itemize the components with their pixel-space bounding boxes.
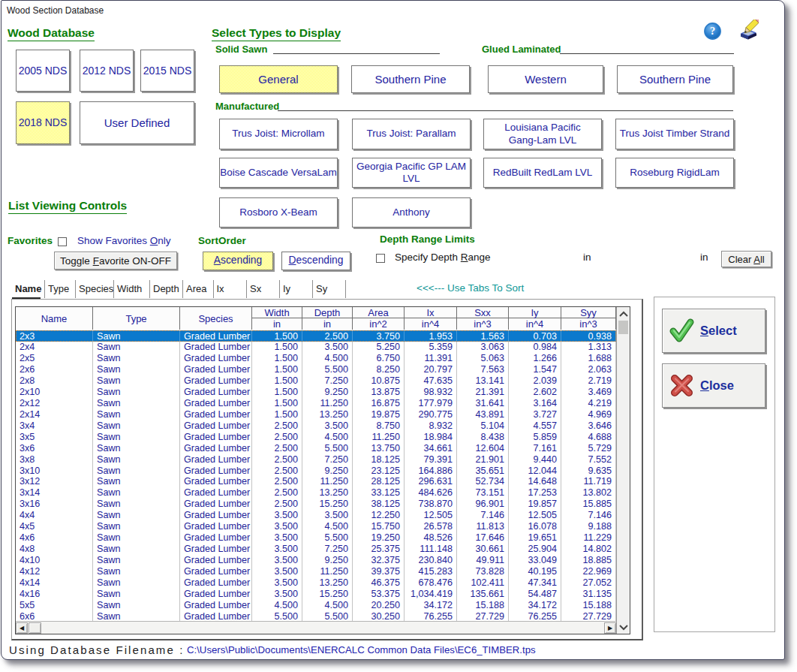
table-row-2x6[interactable]: 2x6SawnGraded Lumber1.5005.5008.25020.79…: [16, 364, 616, 375]
button-2018-nds[interactable]: 2018 NDS: [16, 101, 70, 144]
table-row-6x6[interactable]: 6x6SawnGraded Lumber5.5005.50030.25076.2…: [16, 610, 616, 622]
cell-species: Graded Lumber: [180, 398, 252, 409]
glued-laminated-group-line: [560, 53, 734, 54]
toggle-favorite-button[interactable]: Toggle Favorite ON-OFF: [54, 252, 177, 270]
button-mfg-boise-cascade-versalam[interactable]: Boise Cascade VersaLam: [219, 158, 338, 188]
scroll-right-icon[interactable]: ▶: [604, 622, 616, 634]
table-row-2x5[interactable]: 2x5SawnGraded Lumber1.5004.5006.75011.39…: [16, 353, 616, 364]
sort-tab-iy[interactable]: Iy: [280, 280, 313, 298]
clear-all-button[interactable]: Clear All: [721, 251, 771, 267]
cell-area: 6.750: [353, 353, 405, 364]
table-row-3x6[interactable]: 3x6SawnGraded Lumber2.5005.50013.75034.6…: [16, 442, 616, 454]
button-2015-nds[interactable]: 2015 NDS: [140, 50, 194, 92]
table-row-3x4[interactable]: 3x4SawnGraded Lumber2.5003.5008.7508.932…: [16, 420, 616, 431]
table-row-3x8[interactable]: 3x8SawnGraded Lumber2.5007.25018.12579.3…: [16, 454, 616, 465]
table-row-3x16[interactable]: 3x16SawnGraded Lumber2.50015.25038.12573…: [16, 499, 616, 510]
button-mfg-trus-joist-parallam[interactable]: Trus Joist: Parallam: [352, 119, 471, 149]
button-2005-nds[interactable]: 2005 NDS: [16, 50, 70, 92]
sort-tab-ix[interactable]: Ix: [214, 280, 248, 298]
sort-tab-sy[interactable]: Sy: [313, 280, 346, 298]
button-user-defined[interactable]: User Defined: [80, 101, 194, 144]
show-favorites-checkbox[interactable]: [58, 237, 67, 246]
button-2012-nds[interactable]: 2012 NDS: [80, 50, 134, 92]
button-mfg-trus-joist-timber-strand[interactable]: Trus Joist Timber Strand: [615, 119, 734, 149]
vertical-scrollbar-thumb[interactable]: [618, 321, 628, 334]
edit-pencil-icon[interactable]: [738, 20, 759, 41]
table-row-2x3[interactable]: 2x3SawnGraded Lumber1.5002.5003.7501.953…: [16, 330, 616, 342]
scroll-left-icon[interactable]: ◀: [16, 622, 28, 634]
cell-syy: 22.969: [561, 565, 616, 577]
table-row-2x12[interactable]: 2x12SawnGraded Lumber1.50011.25016.87517…: [16, 398, 616, 409]
cell-name: 3x4: [16, 420, 93, 431]
button-mfg-trus-joist-microllam[interactable]: Trus Joist: Microllam: [219, 119, 338, 149]
cell-depth: 9.250: [302, 387, 353, 398]
sort-tab-width[interactable]: Width: [114, 280, 150, 298]
table-row-4x10[interactable]: 4x10SawnGraded Lumber3.5009.25032.375230…: [16, 554, 616, 565]
show-favorites-label[interactable]: Show Favorites Only: [77, 235, 171, 246]
cell-depth: 11.250: [302, 398, 353, 409]
horizontal-scrollbar-thumb[interactable]: [29, 622, 41, 634]
ascending-button[interactable]: Ascending: [203, 252, 273, 270]
cell-sxx: 11.813: [457, 521, 509, 532]
button-mfg-redbuilt-redlam[interactable]: RedBuilt RedLam LVL: [483, 158, 602, 188]
button-mfg-roseburg-rigidlam[interactable]: Roseburg RigidLam: [615, 158, 734, 188]
help-icon[interactable]: ?: [704, 23, 721, 40]
sort-tab-species[interactable]: Species: [76, 280, 114, 298]
table-row-2x14[interactable]: 2x14SawnGraded Lumber1.50013.25019.87529…: [16, 408, 616, 420]
table-row-4x4[interactable]: 4x4SawnGraded Lumber3.5003.50012.25012.5…: [16, 510, 616, 521]
table-row-4x12[interactable]: 4x12SawnGraded Lumber3.50011.25039.37541…: [16, 565, 616, 577]
sort-tab-name[interactable]: Name: [12, 280, 45, 298]
table-row-5x5[interactable]: 5x5SawnGraded Lumber4.5004.50020.25034.1…: [16, 599, 616, 610]
cell-ix: 296.631: [405, 476, 457, 487]
button-mfg-anthony[interactable]: Anthony: [352, 197, 471, 228]
table-row-4x5[interactable]: 4x5SawnGraded Lumber3.5004.50015.75026.5…: [16, 521, 616, 532]
table-row-3x12[interactable]: 3x12SawnGraded Lumber2.50011.25028.12529…: [16, 476, 616, 487]
cell-syy: 31.135: [561, 588, 616, 599]
descending-button[interactable]: Descending: [281, 252, 350, 270]
table-row-3x10[interactable]: 3x10SawnGraded Lumber2.5009.25023.125164…: [16, 465, 616, 476]
section-table: NameTypeSpeciesinWidthinDepthin^2Areain^…: [15, 306, 630, 634]
table-row-3x5[interactable]: 3x5SawnGraded Lumber2.5004.50011.25018.9…: [16, 431, 616, 442]
cell-iy: 17.253: [509, 487, 561, 499]
cell-name: 3x5: [16, 431, 93, 442]
specify-depth-range-checkbox[interactable]: [376, 254, 385, 263]
cell-syy: 9.188: [561, 521, 616, 532]
cell-depth: 9.250: [302, 465, 353, 476]
cell-ix: 12.505: [405, 510, 457, 521]
table-row-3x14[interactable]: 3x14SawnGraded Lumber2.50013.25033.12548…: [16, 487, 616, 499]
sort-tab-sx[interactable]: Sx: [247, 280, 280, 298]
sort-tab-depth[interactable]: Depth: [150, 280, 183, 298]
button-glued-southern-pine[interactable]: Southern Pine: [617, 65, 733, 93]
table-row-2x8[interactable]: 2x8SawnGraded Lumber1.5007.25010.87547.6…: [16, 375, 616, 387]
select-button[interactable]: Select: [662, 309, 765, 353]
button-solidsawn-general[interactable]: General: [219, 65, 338, 93]
sort-tab-type[interactable]: Type: [45, 280, 76, 298]
scroll-up-icon[interactable]: [617, 310, 630, 318]
sort-tab-area[interactable]: Area: [183, 280, 214, 298]
cell-ix: 230.840: [405, 554, 457, 565]
cell-name: 2x5: [16, 353, 93, 364]
cell-depth: 13.250: [302, 487, 353, 499]
button-solidsawn-southern-pine[interactable]: Southern Pine: [351, 65, 470, 93]
cell-depth: 13.250: [302, 408, 353, 420]
cell-sxx: 52.734: [457, 476, 509, 487]
table-row-2x4[interactable]: 2x4SawnGraded Lumber1.5003.5005.2505.359…: [16, 342, 616, 353]
button-mfg-louisiana-pacific-gang-lam[interactable]: Louisiana Pacific Gang-Lam LVL: [483, 119, 602, 149]
button-mfg-rosboro-x-beam[interactable]: Rosboro X-Beam: [219, 197, 338, 228]
button-label: Select: [700, 324, 737, 337]
table-row-4x16[interactable]: 4x16SawnGraded Lumber3.50015.25053.3751,…: [16, 588, 616, 599]
table-row-4x14[interactable]: 4x14SawnGraded Lumber3.50013.25046.37567…: [16, 577, 616, 588]
table-row-4x6[interactable]: 4x6SawnGraded Lumber3.5005.50019.25048.5…: [16, 532, 616, 544]
specify-depth-range-label[interactable]: Specify Depth Range: [395, 252, 491, 263]
window-title: Wood Section Database: [7, 5, 104, 16]
cell-width: 1.500: [252, 342, 302, 353]
button-mfg-georgia-pacific-gp-lam[interactable]: Georgia Pacific GP LAM LVL: [352, 158, 471, 188]
scroll-down-icon[interactable]: [617, 624, 630, 631]
vertical-scrollbar[interactable]: [616, 307, 630, 634]
button-glued-western[interactable]: Western: [488, 65, 603, 93]
close-button[interactable]: Close: [662, 363, 765, 408]
table-row-2x10[interactable]: 2x10SawnGraded Lumber1.5009.25013.87598.…: [16, 387, 616, 398]
horizontal-scrollbar[interactable]: ◀ ▶: [16, 621, 616, 634]
cell-syy: 27.052: [561, 577, 616, 588]
table-row-4x8[interactable]: 4x8SawnGraded Lumber3.5007.25025.375111.…: [16, 543, 616, 554]
